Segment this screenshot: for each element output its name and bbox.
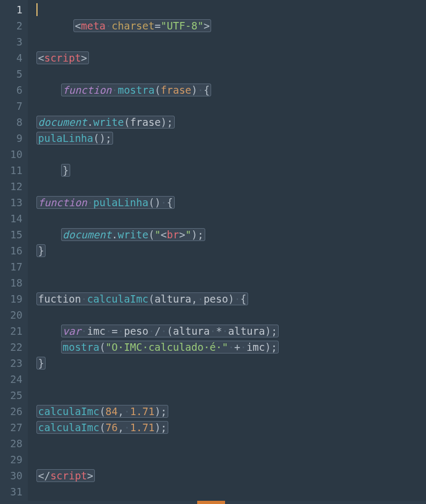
whitespace-dot: · xyxy=(161,197,167,208)
scrollbar-thumb[interactable] xyxy=(197,501,225,504)
code-line[interactable] xyxy=(38,34,426,50)
whitespace-dot: · xyxy=(106,325,111,337)
keyword-function: function xyxy=(38,197,87,208)
comma: , xyxy=(191,293,197,305)
paren-open: ( xyxy=(99,405,105,417)
semicolon: ; xyxy=(271,341,277,353)
paren-close: ) xyxy=(265,325,271,337)
code-line[interactable]: mostra("O·IMC·calculado·é·"·+·imc); xyxy=(38,339,426,355)
code-line[interactable] xyxy=(38,435,426,452)
paren-close: ) xyxy=(154,422,160,433)
line-number: 2 xyxy=(5,18,23,34)
semicolon: ; xyxy=(271,325,277,337)
semicolon: ; xyxy=(167,116,173,128)
paren-open: ( xyxy=(99,341,105,353)
bracket-close: > xyxy=(87,470,93,482)
line-number: 5 xyxy=(5,66,23,82)
quote: " xyxy=(154,229,160,240)
whitespace-dot: · xyxy=(228,341,234,353)
comma: , xyxy=(118,405,124,417)
bracket-close: > xyxy=(179,229,185,240)
code-line[interactable]: } xyxy=(38,355,426,371)
bracket-open: < xyxy=(38,52,44,64)
dot: . xyxy=(111,229,117,240)
paren-open: ( xyxy=(148,229,154,240)
var-altura: altura xyxy=(228,325,265,337)
line-number: 11 xyxy=(5,162,23,178)
number: 1.71 xyxy=(130,422,155,433)
code-line[interactable] xyxy=(38,275,426,291)
code-line[interactable]: } xyxy=(38,162,426,178)
var-altura: altura xyxy=(173,325,210,337)
star: * xyxy=(216,325,222,337)
semicolon: ; xyxy=(106,132,111,144)
code-line[interactable] xyxy=(38,98,426,114)
line-number: 29 xyxy=(5,452,23,468)
brace-open: { xyxy=(204,84,210,96)
code-line[interactable] xyxy=(38,484,426,500)
dot: . xyxy=(87,116,93,128)
code-line[interactable]: </script> xyxy=(38,468,426,484)
code-line[interactable]: <meta·charset="UTF-8"> xyxy=(38,2,426,18)
whitespace-dot: · xyxy=(118,325,124,337)
code-line[interactable]: function·pulaLinha()·{ xyxy=(38,194,426,210)
code-line[interactable]: } xyxy=(38,243,426,259)
line-number: 1 xyxy=(5,2,23,18)
keyword-var: var xyxy=(63,325,81,337)
line-number-gutter: 1 2 3 4 5 6 7 8 9 10 11 12 13 14 15 16 1… xyxy=(0,0,28,504)
code-line[interactable]: pulaLinha(); xyxy=(38,130,426,146)
code-line[interactable]: document.write("<br>"); xyxy=(38,227,426,243)
text-cursor xyxy=(36,3,38,16)
string-imc: "O·IMC·calculado·é·" xyxy=(106,341,228,353)
code-line[interactable]: fuction·calculaImc(altura,·peso)·{ xyxy=(38,291,426,307)
paren-open: ( xyxy=(99,422,105,433)
code-editor[interactable]: 1 2 3 4 5 6 7 8 9 10 11 12 13 14 15 16 1… xyxy=(0,0,426,504)
param-altura: altura xyxy=(154,293,191,305)
code-line[interactable] xyxy=(38,66,426,82)
line-number: 16 xyxy=(5,243,23,259)
code-line[interactable] xyxy=(38,371,426,387)
fn-pulaLinha: pulaLinha xyxy=(93,197,148,208)
var-imc: imc xyxy=(246,341,265,353)
code-line[interactable] xyxy=(38,18,426,34)
line-number: 9 xyxy=(5,130,23,146)
code-line[interactable]: function·mostra(frase)·{ xyxy=(38,82,426,98)
code-line[interactable] xyxy=(38,210,426,227)
code-line[interactable] xyxy=(38,387,426,403)
code-line[interactable]: calculaImc(84,·1.71); xyxy=(38,403,426,419)
paren-close: ) xyxy=(191,229,197,240)
code-area[interactable]: <meta·charset="UTF-8"> <script> function… xyxy=(28,0,426,504)
code-line[interactable] xyxy=(38,259,426,275)
line-number: 14 xyxy=(5,210,23,227)
code-line[interactable]: <script> xyxy=(38,50,426,66)
line-number: 22 xyxy=(5,339,23,355)
horizontal-scrollbar[interactable] xyxy=(0,501,426,504)
comma: , xyxy=(118,422,124,433)
paren-open: ( xyxy=(154,84,160,96)
keyword-function: function xyxy=(63,84,112,96)
code-line[interactable]: var·imc·=·peso·/·(altura·*·altura); xyxy=(38,323,426,339)
code-line[interactable] xyxy=(38,307,426,323)
line-number: 7 xyxy=(5,98,23,114)
code-line[interactable]: document.write(frase); xyxy=(38,114,426,130)
whitespace-dot: · xyxy=(148,325,154,337)
code-line[interactable] xyxy=(38,452,426,468)
whitespace-dot: · xyxy=(161,325,167,337)
arg-frase: frase xyxy=(130,116,161,128)
brace-open: { xyxy=(241,293,246,305)
code-line[interactable] xyxy=(38,178,426,194)
code-line[interactable]: calculaImc(76,·1.71); xyxy=(38,419,426,435)
whitespace-dot: · xyxy=(87,197,93,208)
paren-open: ( xyxy=(93,132,99,144)
line-number: 28 xyxy=(5,435,23,452)
line-number: 21 xyxy=(5,323,23,339)
bracket-close: > xyxy=(81,52,87,64)
code-line[interactable] xyxy=(38,146,426,162)
line-number: 13 xyxy=(5,194,23,210)
semicolon: ; xyxy=(161,422,167,433)
whitespace-dot: · xyxy=(241,341,246,353)
call-calculaImc: calculaImc xyxy=(38,405,99,417)
obj-document: document xyxy=(38,116,87,128)
semicolon: ; xyxy=(161,405,167,417)
paren-close: ) xyxy=(228,293,234,305)
